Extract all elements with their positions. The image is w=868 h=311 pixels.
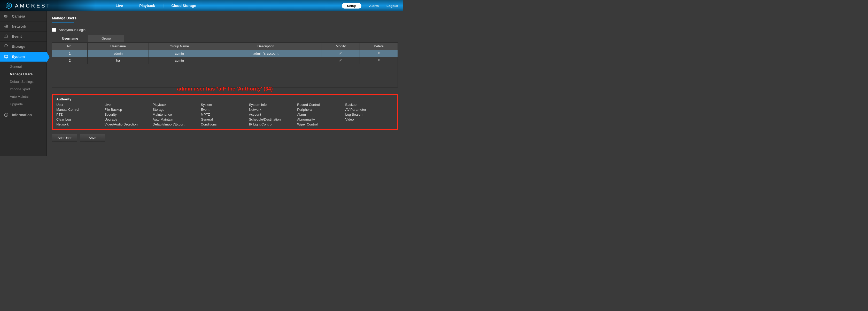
authority-item: Maintenance xyxy=(153,113,201,116)
authority-item: Manual Control xyxy=(56,108,104,112)
sub-auto-maintain[interactable]: Auto Maintain xyxy=(0,93,46,101)
nav-live[interactable]: Live xyxy=(116,4,123,8)
trash-icon[interactable] xyxy=(377,59,380,63)
sidebar-item-camera[interactable]: Camera xyxy=(0,11,46,22)
cell-description: admin 's account xyxy=(210,50,322,57)
subtabs: Username Group xyxy=(52,35,398,42)
sub-manage-users[interactable]: Manage Users xyxy=(0,70,46,78)
authority-item: File Backup xyxy=(104,108,152,112)
anonymous-login-checkbox[interactable] xyxy=(52,28,56,32)
sidebar-item-label: Camera xyxy=(12,14,25,18)
col-no: No. xyxy=(52,43,88,50)
cell-no: 2 xyxy=(52,57,88,64)
users-table: No. Username Group Name Description Modi… xyxy=(52,43,398,87)
authority-item: Upgrade xyxy=(104,117,152,121)
nav-alarm[interactable]: Alarm xyxy=(369,4,379,8)
authority-item: Video/Audio Detection xyxy=(104,122,152,126)
camera-icon xyxy=(4,14,9,19)
sub-upgrade[interactable]: Upgrade xyxy=(0,101,46,108)
svg-marker-1 xyxy=(7,4,10,7)
authority-item: Auto Maintain xyxy=(153,117,201,121)
authority-item: Storage xyxy=(153,108,201,112)
authority-grid: UserLivePlaybackSystemSystem InfoRecord … xyxy=(56,103,394,126)
sidebar-subitems-system: General Manage Users Default Settings Im… xyxy=(0,62,46,110)
authority-item: User xyxy=(56,103,104,107)
sidebar-item-label: System xyxy=(12,55,25,59)
sidebar: Camera Network Event Storage xyxy=(0,11,47,156)
col-modify: Modify xyxy=(322,43,360,50)
top-right-nav: Setup Alarm Logout xyxy=(342,3,398,8)
sidebar-item-storage[interactable]: Storage xyxy=(0,41,46,52)
col-username: Username xyxy=(88,43,149,50)
save-button[interactable]: Save xyxy=(80,134,105,142)
authority-item: Network xyxy=(249,108,297,112)
authority-item: System xyxy=(201,103,249,107)
authority-item: Video xyxy=(345,117,394,121)
button-row: Add User Save xyxy=(52,134,398,142)
table-row[interactable]: 1 admin admin admin 's account xyxy=(52,50,398,57)
authority-item: Network xyxy=(56,122,104,126)
cell-username: admin xyxy=(88,50,149,57)
col-delete: Delete xyxy=(360,43,398,50)
authority-item: Security xyxy=(104,113,152,116)
authority-item: Abnormality xyxy=(297,117,345,121)
authority-item: Alarm xyxy=(297,113,345,116)
sub-general[interactable]: General xyxy=(0,63,46,70)
brand-logo: AMCREST xyxy=(5,2,51,9)
authority-title: Authority xyxy=(56,97,394,101)
col-group: Group Name xyxy=(149,43,210,50)
authority-item: System Info xyxy=(249,103,297,107)
authority-panel: Authority UserLivePlaybackSystemSystem I… xyxy=(52,94,398,130)
sidebar-item-label: Network xyxy=(12,24,26,28)
nav-playback[interactable]: Playback xyxy=(139,4,155,8)
pencil-icon[interactable] xyxy=(339,59,343,63)
amcrest-logo-icon xyxy=(5,2,12,9)
sub-default-settings[interactable]: Default Settings xyxy=(0,78,46,85)
sidebar-item-system[interactable]: System xyxy=(0,52,46,62)
sidebar-item-event[interactable]: Event xyxy=(0,32,46,41)
add-user-button[interactable]: Add User xyxy=(52,134,77,142)
subtab-group[interactable]: Group xyxy=(88,35,124,42)
nav-separator: | xyxy=(131,4,131,8)
info-icon xyxy=(4,113,9,117)
cell-no: 1 xyxy=(52,50,88,57)
anonymous-login-row: Anonymous Login xyxy=(52,28,398,32)
sidebar-item-network[interactable]: Network xyxy=(0,22,46,32)
main-nav: Live | Playback | Cloud Storage xyxy=(116,4,196,8)
system-icon xyxy=(4,54,9,59)
top-bar: AMCREST Live | Playback | Cloud Storage … xyxy=(0,0,403,11)
authority-item: Record Control xyxy=(297,103,345,107)
table-empty-space xyxy=(52,64,398,87)
main-content: Manage Users Anonymous Login Username Gr… xyxy=(47,11,403,156)
svg-rect-8 xyxy=(6,115,6,116)
svg-rect-6 xyxy=(6,58,7,58)
authority-item: Schedule/Destination xyxy=(249,117,297,121)
authority-item: Conditions xyxy=(201,122,249,126)
svg-rect-5 xyxy=(5,55,8,58)
cell-group: admin xyxy=(149,57,210,64)
event-icon xyxy=(4,34,9,39)
brand-text: AMCREST xyxy=(15,3,51,9)
authority-item: Wiper Control xyxy=(297,122,345,126)
pencil-icon[interactable] xyxy=(339,52,343,56)
svg-rect-9 xyxy=(6,114,6,114)
col-description: Description xyxy=(210,43,322,50)
sub-import-export[interactable]: Import/Export xyxy=(0,85,46,93)
table-row[interactable]: 2 ha admin xyxy=(52,57,398,64)
authority-item: Playback xyxy=(153,103,201,107)
nav-cloud-storage[interactable]: Cloud Storage xyxy=(171,4,196,8)
authority-item: Default/Import/Export xyxy=(153,122,201,126)
subtab-username[interactable]: Username xyxy=(52,35,88,42)
annotation-overlay: admin user has *all* the 'Authority' (34… xyxy=(52,86,398,92)
sidebar-item-information[interactable]: Information xyxy=(0,110,46,120)
nav-logout[interactable]: Logout xyxy=(386,4,398,8)
trash-icon[interactable] xyxy=(377,52,380,56)
storage-icon xyxy=(4,44,9,49)
cell-username: ha xyxy=(88,57,149,64)
authority-item: PTZ xyxy=(56,113,104,116)
nav-separator: | xyxy=(163,4,163,8)
nav-setup[interactable]: Setup xyxy=(342,3,362,8)
authority-item: IR Light Control xyxy=(249,122,297,126)
authority-item: Backup xyxy=(345,103,394,107)
authority-item: Event xyxy=(201,108,249,112)
